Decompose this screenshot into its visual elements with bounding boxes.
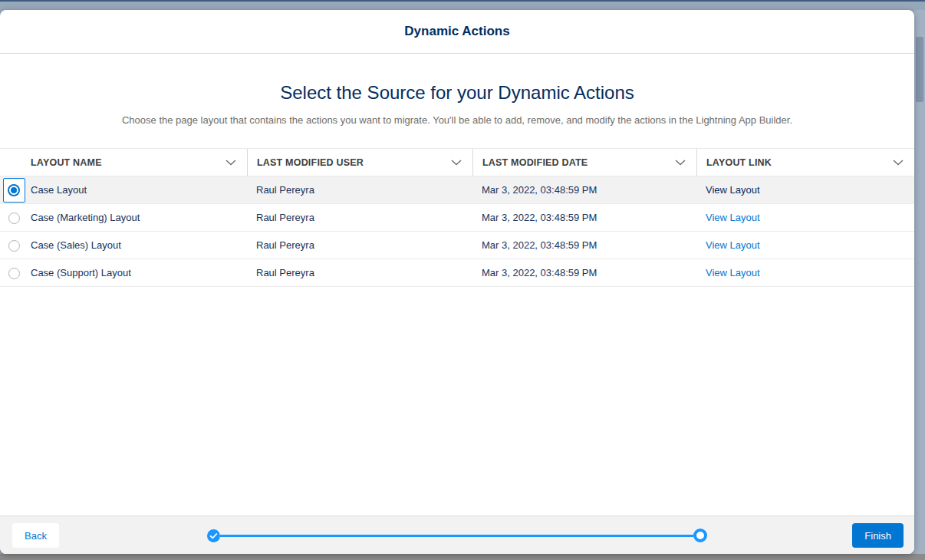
cell-last-modified-user: Raul Pereyra	[247, 212, 472, 223]
column-header-label: LAST MODIFIED USER	[257, 157, 364, 168]
cell-layout-name: Case (Support) Layout	[0, 267, 247, 278]
layouts-table: LAYOUT NAME LAST MODIFIED USER LAST MODI…	[0, 148, 914, 287]
page-bottom-strip	[0, 554, 925, 560]
progress-track	[220, 535, 693, 537]
modal-header: Dynamic Actions	[0, 10, 914, 54]
column-header-label: LAYOUT LINK	[706, 157, 772, 168]
table-row-case-support-layout[interactable]: Case (Support) Layout Raul Pereyra Mar 3…	[0, 259, 914, 287]
back-button[interactable]: Back	[12, 523, 59, 548]
row-radio-cell	[0, 232, 28, 259]
chevron-down-icon[interactable]	[893, 160, 904, 166]
table-row-case-sales-layout[interactable]: Case (Sales) Layout Raul Pereyra Mar 3, …	[0, 232, 914, 259]
row-radio-selected[interactable]	[8, 184, 20, 196]
finish-button[interactable]: Finish	[852, 523, 904, 548]
cell-last-modified-user: Raul Pereyra	[247, 239, 472, 251]
cell-last-modified-user: Raul Pereyra	[247, 267, 472, 278]
table-header-row: LAYOUT NAME LAST MODIFIED USER LAST MODI…	[0, 148, 914, 176]
chevron-down-icon[interactable]	[675, 160, 686, 166]
cell-last-modified-date: Mar 3, 2022, 03:48:59 PM	[472, 239, 696, 251]
page-scrollbar-thumb[interactable]	[916, 37, 923, 102]
column-header-layout-link[interactable]: LAYOUT LINK	[696, 149, 914, 176]
view-layout-link[interactable]: View Layout	[706, 184, 760, 196]
radio-focus-ring	[3, 178, 25, 203]
step-current-ring-icon	[693, 529, 707, 542]
cell-last-modified-user: Raul Pereyra	[247, 184, 472, 196]
modal-title: Dynamic Actions	[404, 24, 509, 39]
table-row-case-layout[interactable]: Case Layout Raul Pereyra Mar 3, 2022, 03…	[0, 176, 914, 204]
column-header-layout-name[interactable]: LAYOUT NAME	[0, 149, 247, 176]
cell-layout-name: Case (Marketing) Layout	[0, 212, 247, 223]
chevron-down-icon[interactable]	[451, 160, 462, 166]
page-top-border	[0, 0, 925, 2]
page-description: Choose the page layout that contains the…	[0, 114, 914, 126]
view-layout-link[interactable]: View Layout	[706, 212, 760, 223]
table-row-case-marketing-layout[interactable]: Case (Marketing) Layout Raul Pereyra Mar…	[0, 204, 914, 232]
view-layout-link[interactable]: View Layout	[706, 239, 760, 251]
view-layout-link[interactable]: View Layout	[706, 267, 760, 278]
row-radio[interactable]	[8, 268, 20, 279]
chevron-down-icon[interactable]	[225, 160, 236, 166]
column-header-last-modified-user[interactable]: LAST MODIFIED USER	[247, 149, 472, 176]
row-radio-cell	[0, 259, 28, 287]
wizard-progress-indicator	[207, 516, 707, 555]
column-header-last-modified-date[interactable]: LAST MODIFIED DATE	[472, 149, 696, 176]
cell-last-modified-date: Mar 3, 2022, 03:48:59 PM	[472, 267, 696, 278]
page-heading: Select the Source for your Dynamic Actio…	[0, 82, 914, 104]
intro-section: Select the Source for your Dynamic Actio…	[0, 82, 914, 126]
row-radio[interactable]	[8, 240, 20, 252]
dynamic-actions-modal: Dynamic Actions Select the Source for yo…	[0, 10, 914, 554]
cell-last-modified-date: Mar 3, 2022, 03:48:59 PM	[472, 212, 696, 223]
cell-layout-name: Case (Sales) Layout	[0, 239, 247, 251]
cell-layout-name: Case Layout	[0, 184, 247, 196]
row-radio[interactable]	[8, 212, 20, 224]
row-radio-cell	[0, 204, 28, 232]
cell-last-modified-date: Mar 3, 2022, 03:48:59 PM	[472, 184, 696, 196]
modal-footer: Back Finish	[0, 516, 914, 554]
step-complete-check-icon	[207, 529, 220, 542]
row-radio-cell	[0, 176, 28, 204]
page-scrollbar[interactable]	[914, 10, 925, 554]
column-header-label: LAYOUT NAME	[31, 157, 102, 168]
column-header-label: LAST MODIFIED DATE	[482, 157, 588, 168]
